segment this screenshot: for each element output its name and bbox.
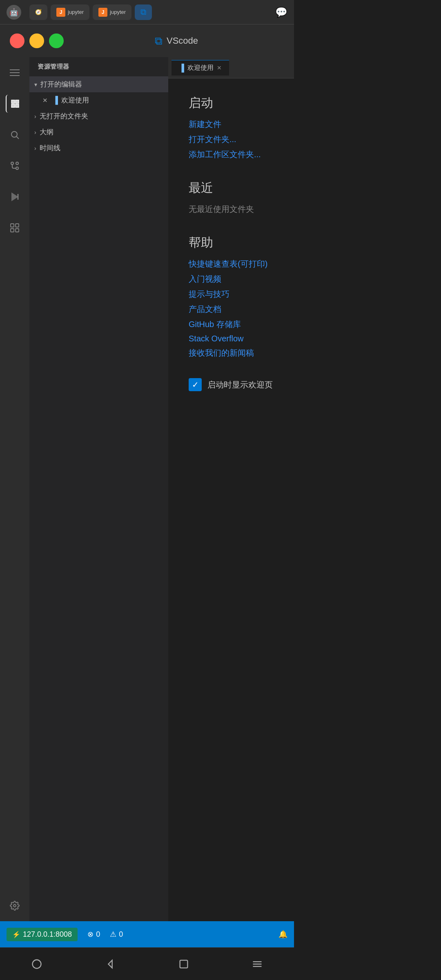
app-title: VScode bbox=[167, 36, 198, 46]
recent-section: 最近 无最近使用文件夹 bbox=[189, 180, 274, 215]
help-section: 帮助 快捷键速查表(可打印) 入门视频 提示与技巧 产品文档 GitHub 存储… bbox=[189, 234, 274, 359]
status-bar-bottom: ⚡ 127.0.0.1:8008 ⊗ 0 ⚠ 0 🔔 bbox=[0, 921, 294, 947]
activity-run[interactable] bbox=[6, 188, 24, 206]
welcome-file-label: 欢迎使用 bbox=[61, 96, 89, 105]
error-count[interactable]: ⊗ 0 bbox=[87, 930, 100, 939]
warning-number: 0 bbox=[119, 930, 123, 939]
svg-rect-15 bbox=[11, 224, 14, 227]
chat-icon[interactable]: 💬 bbox=[275, 7, 287, 18]
timeline-label: 时间线 bbox=[40, 143, 60, 153]
svg-point-10 bbox=[16, 167, 18, 169]
android-status-bar: 🤖 🧭 J jupyter J jupyter ⧉ 💬 bbox=[0, 0, 294, 24]
editor-tab-bar: ▐ 欢迎使用 ✕ bbox=[168, 57, 294, 78]
notification-bell: 🔔 bbox=[278, 930, 287, 939]
server-address: 127.0.0.1:8008 bbox=[23, 930, 72, 939]
welcome-tab[interactable]: ▐ 欢迎使用 ✕ bbox=[172, 60, 229, 76]
help-title: 帮助 bbox=[189, 234, 274, 251]
welcome-close-icon[interactable]: ✕ bbox=[42, 97, 48, 104]
nav-menu[interactable] bbox=[248, 955, 266, 973]
activity-bar bbox=[0, 57, 29, 921]
show-welcome-label: 启动时显示欢迎页 bbox=[207, 379, 273, 390]
activity-extensions[interactable] bbox=[6, 219, 24, 237]
jupyter-tab-1[interactable]: J jupyter bbox=[51, 4, 89, 20]
no-recent-text: 无最近使用文件夹 bbox=[189, 204, 274, 215]
svg-rect-2 bbox=[10, 75, 20, 76]
activity-settings[interactable] bbox=[6, 897, 24, 915]
sidebar: 资源管理器 ▾ 打开的编辑器 ✕ ▐ 欢迎使用 › 无打开的文件夹 › 大纲 › bbox=[29, 57, 168, 921]
start-title: 启动 bbox=[189, 95, 274, 111]
nav-home[interactable] bbox=[28, 955, 46, 973]
stackoverflow-link[interactable]: Stack Overflow bbox=[189, 334, 274, 343]
svg-marker-21 bbox=[108, 960, 112, 968]
recent-title: 最近 bbox=[189, 180, 274, 196]
no-folder-chevron: › bbox=[34, 113, 36, 120]
close-button[interactable] bbox=[10, 33, 24, 48]
no-folder-item[interactable]: › 无打开的文件夹 bbox=[29, 108, 168, 124]
svg-rect-0 bbox=[10, 69, 20, 70]
nav-recents[interactable] bbox=[175, 955, 193, 973]
activity-menu[interactable] bbox=[6, 64, 24, 82]
sidebar-header: 资源管理器 bbox=[29, 57, 168, 76]
nav-back[interactable] bbox=[101, 955, 119, 973]
error-number: 0 bbox=[96, 930, 100, 939]
vscode-tab[interactable]: ⧉ bbox=[135, 4, 152, 20]
svg-point-9 bbox=[11, 162, 13, 165]
server-status[interactable]: ⚡ 127.0.0.1:8008 bbox=[7, 928, 78, 941]
tips-tricks-link[interactable]: 提示与技巧 bbox=[189, 289, 274, 300]
tab-close-icon[interactable]: ✕ bbox=[217, 65, 222, 71]
compass-tab[interactable]: 🧭 bbox=[29, 4, 47, 20]
svg-rect-1 bbox=[10, 72, 20, 73]
github-link[interactable]: GitHub 存储库 bbox=[189, 319, 274, 330]
svg-rect-17 bbox=[11, 229, 14, 232]
jupyter-tab-2[interactable]: J jupyter bbox=[93, 4, 131, 20]
minimize-button[interactable] bbox=[29, 33, 44, 48]
android-nav-bar bbox=[0, 947, 294, 980]
outline-label: 大纲 bbox=[40, 127, 53, 137]
docs-link[interactable]: 产品文档 bbox=[189, 304, 274, 315]
show-welcome-checkbox[interactable]: ✓ bbox=[189, 378, 202, 391]
warning-count[interactable]: ⚠ 0 bbox=[110, 930, 123, 939]
show-welcome-checkbox-area[interactable]: ✓ 启动时显示欢迎页 bbox=[189, 378, 274, 391]
svg-rect-18 bbox=[16, 229, 19, 232]
vscode-title-icon: ⧉ bbox=[155, 35, 163, 47]
welcome-content: 启动 新建文件 打开文件夹... 添加工作区文件夹... 最近 无最近使用文件夹… bbox=[168, 78, 294, 921]
open-editors-section: ▾ 打开的编辑器 ✕ ▐ 欢迎使用 bbox=[29, 76, 168, 108]
title-text: ⧉ VScode bbox=[69, 35, 284, 47]
add-workspace-link[interactable]: 添加工作区文件夹... bbox=[189, 149, 274, 160]
activity-explorer[interactable] bbox=[6, 95, 24, 113]
shortcuts-link[interactable]: 快捷键速查表(可打印) bbox=[189, 258, 274, 270]
error-icon: ⊗ bbox=[87, 930, 94, 939]
vscode-tab-icon: ⧉ bbox=[140, 7, 146, 17]
bell-icon[interactable]: 🔔 bbox=[278, 930, 287, 939]
maximize-button[interactable] bbox=[49, 33, 64, 48]
jupyter-icon-2: J bbox=[98, 8, 107, 17]
newsletter-link[interactable]: 接收我们的新闻稿 bbox=[189, 347, 274, 359]
tab-file-icon: ▐ bbox=[179, 64, 184, 72]
timeline-item[interactable]: › 时间线 bbox=[29, 140, 168, 156]
welcome-file-item[interactable]: ✕ ▐ 欢迎使用 bbox=[29, 92, 168, 108]
activity-source-control[interactable] bbox=[6, 157, 24, 175]
jupyter-label-1: jupyter bbox=[68, 9, 84, 15]
svg-line-8 bbox=[17, 137, 19, 139]
outline-chevron: › bbox=[34, 129, 36, 136]
compass-icon: 🧭 bbox=[35, 9, 42, 15]
jupyter-icon-1: J bbox=[56, 8, 65, 17]
svg-point-20 bbox=[33, 960, 41, 968]
open-editors-chevron: ▾ bbox=[34, 81, 37, 88]
app-tab-bar[interactable]: 🧭 J jupyter J jupyter ⧉ bbox=[29, 4, 267, 20]
svg-marker-13 bbox=[12, 193, 18, 200]
android-icon: 🤖 bbox=[7, 5, 21, 20]
jupyter-label-2: jupyter bbox=[110, 9, 126, 15]
tab-label: 欢迎使用 bbox=[187, 64, 214, 72]
outline-item[interactable]: › 大纲 bbox=[29, 124, 168, 140]
svg-rect-16 bbox=[16, 224, 19, 227]
start-section: 启动 新建文件 打开文件夹... 添加工作区文件夹... bbox=[189, 95, 274, 160]
intro-videos-link[interactable]: 入门视频 bbox=[189, 274, 274, 285]
open-editors-header[interactable]: ▾ 打开的编辑器 bbox=[29, 76, 168, 92]
main-layout: 资源管理器 ▾ 打开的编辑器 ✕ ▐ 欢迎使用 › 无打开的文件夹 › 大纲 › bbox=[0, 57, 294, 921]
new-file-link[interactable]: 新建文件 bbox=[189, 119, 274, 130]
activity-search[interactable] bbox=[6, 126, 24, 144]
open-editors-label: 打开的编辑器 bbox=[40, 80, 82, 89]
server-icon: ⚡ bbox=[12, 931, 20, 938]
open-folder-link[interactable]: 打开文件夹... bbox=[189, 134, 274, 145]
